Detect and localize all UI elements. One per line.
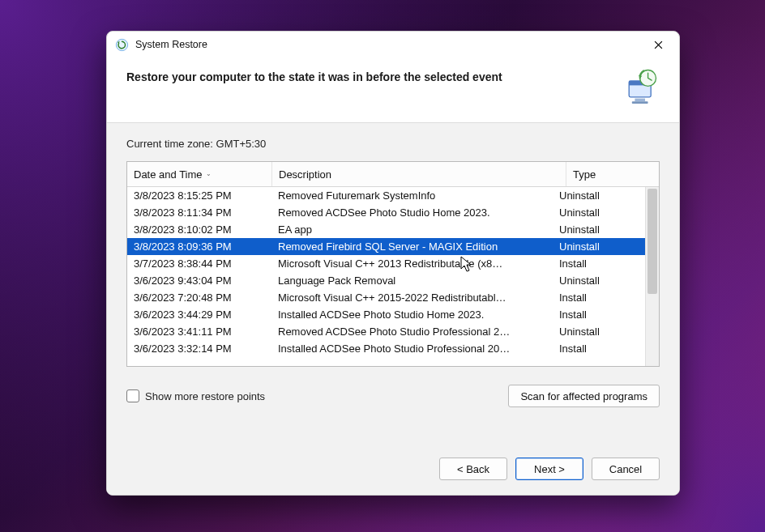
table-header: Date and Time ⌄ Description Type [127,162,659,187]
cell-date: 3/7/2023 8:38:44 PM [127,257,271,270]
cell-date: 3/6/2023 9:43:04 PM [127,275,271,287]
cell-date: 3/8/2023 8:15:25 PM [127,189,271,202]
scrollbar-thumb[interactable] [647,189,657,294]
cell-description: Removed Futuremark SystemInfo [271,189,553,202]
timezone-label: Current time zone: GMT+5:30 [126,138,660,150]
scan-affected-programs-button[interactable]: Scan for affected programs [508,385,660,407]
svg-rect-3 [635,99,645,102]
next-button[interactable]: Next > [515,458,583,480]
cell-type: Install [553,309,645,321]
cell-type: Uninstall [553,326,645,338]
svg-rect-4 [632,101,648,104]
cell-type: Uninstall [553,223,645,236]
cell-type: Install [553,257,645,270]
cell-date: 3/6/2023 3:32:14 PM [127,343,271,355]
vertical-scrollbar[interactable] [645,187,659,366]
wizard-header: Restore your computer to the state it wa… [107,57,679,123]
table-row[interactable]: 3/7/2023 8:38:44 PMMicrosoft Visual C++ … [127,255,645,272]
close-icon [654,40,663,49]
cell-description: Microsoft Visual C++ 2013 Redistributabl… [271,257,553,270]
wizard-footer: < Back Next > Cancel [107,448,679,495]
system-restore-icon [115,38,129,52]
back-button[interactable]: < Back [439,458,507,480]
cell-type: Uninstall [553,275,645,287]
system-restore-window: System Restore Restore your computer to … [106,31,680,496]
table-row[interactable]: 3/6/2023 7:20:48 PMMicrosoft Visual C++ … [127,289,645,306]
table-body: 3/8/2023 8:15:25 PMRemoved Futuremark Sy… [127,187,645,366]
table-row[interactable]: 3/8/2023 8:15:25 PMRemoved Futuremark Sy… [127,187,645,204]
cell-description: Removed Firebird SQL Server - MAGIX Edit… [271,240,553,253]
show-more-label: Show more restore points [145,390,265,402]
cell-date: 3/6/2023 7:20:48 PM [127,292,271,304]
cell-date: 3/8/2023 8:11:34 PM [127,206,271,219]
checkbox-box-icon [126,389,139,402]
table-row[interactable]: 3/8/2023 8:11:34 PMRemoved ACDSee Photo … [127,204,645,221]
wizard-content: Current time zone: GMT+5:30 Date and Tim… [107,123,679,448]
close-button[interactable] [640,32,676,57]
cell-description: Language Pack Removal [271,275,553,287]
column-header-type[interactable]: Type [566,162,659,186]
cell-date: 3/8/2023 8:09:36 PM [127,240,271,253]
cell-type: Uninstall [553,189,645,202]
cell-date: 3/6/2023 3:41:11 PM [127,326,271,338]
cell-type: Uninstall [553,240,645,253]
cell-type: Install [553,292,645,304]
show-more-restore-points-checkbox[interactable]: Show more restore points [126,389,265,402]
sort-indicator-icon: ⌄ [206,170,212,177]
table-row[interactable]: 3/6/2023 3:44:29 PMInstalled ACDSee Phot… [127,306,645,323]
table-row[interactable]: 3/6/2023 9:43:04 PMLanguage Pack Removal… [127,272,645,289]
column-header-date[interactable]: Date and Time ⌄ [127,162,272,186]
cancel-button[interactable]: Cancel [592,458,660,480]
cell-description: Microsoft Visual C++ 2015-2022 Redistrib… [271,292,553,304]
cell-description: Installed ACDSee Photo Studio Profession… [271,343,553,355]
column-header-description[interactable]: Description [272,162,566,186]
table-row[interactable]: 3/6/2023 3:41:11 PMRemoved ACDSee Photo … [127,323,645,340]
cell-type: Uninstall [553,206,645,219]
cell-description: Removed ACDSee Photo Studio Home 2023. [271,206,553,219]
cell-description: EA app [271,223,553,236]
restore-points-table: Date and Time ⌄ Description Type 3/8/202… [126,161,660,367]
table-row[interactable]: 3/8/2023 8:09:36 PMRemoved Firebird SQL … [127,238,645,255]
cell-description: Removed ACDSee Photo Studio Professional… [271,326,553,338]
cell-type: Install [553,343,645,355]
page-title: Restore your computer to the state it wa… [126,69,616,83]
restore-graphic-icon [616,69,660,108]
table-row[interactable]: 3/8/2023 8:10:02 PMEA appUninstall [127,221,645,238]
titlebar: System Restore [107,32,679,57]
table-row[interactable]: 3/6/2023 3:32:14 PMInstalled ACDSee Phot… [127,340,645,357]
cell-description: Installed ACDSee Photo Studio Home 2023. [271,309,553,321]
cell-date: 3/8/2023 8:10:02 PM [127,223,271,236]
cell-date: 3/6/2023 3:44:29 PM [127,309,271,321]
window-title: System Restore [135,39,207,50]
